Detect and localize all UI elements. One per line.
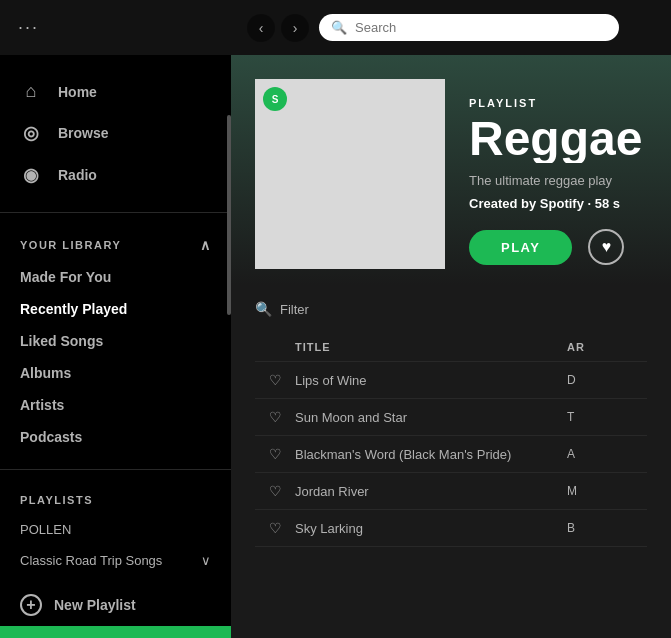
sidebar-playlist-pollen[interactable]: POLLEN bbox=[0, 514, 231, 545]
classic-road-trip-label: Classic Road Trip Songs bbox=[20, 553, 162, 568]
meta-dot: · bbox=[588, 196, 595, 211]
home-icon: ⌂ bbox=[20, 81, 42, 102]
library-header: Your Library ∧ bbox=[0, 229, 231, 261]
track-artist: T bbox=[567, 410, 647, 424]
recently-played-label: Recently Played bbox=[20, 301, 127, 317]
track-artist: A bbox=[567, 447, 647, 461]
track-table-header: TITLE AR bbox=[255, 333, 647, 362]
made-for-you-label: Made For You bbox=[20, 269, 111, 285]
col-artist-header: AR bbox=[567, 341, 647, 353]
new-playlist-button[interactable]: + New Playlist bbox=[0, 584, 231, 626]
sidebar-playlist-classic-road-trip[interactable]: Classic Road Trip Songs ∨ bbox=[0, 545, 231, 576]
filter-row: 🔍 Filter bbox=[255, 301, 647, 317]
play-button[interactable]: PLAY bbox=[469, 230, 572, 265]
sidebar-item-artists[interactable]: Artists bbox=[0, 389, 231, 421]
track-title: Sky Larking bbox=[295, 521, 567, 536]
main-layout: ⌂ Home ◎ Browse ◉ Radio Your Library ∧ M… bbox=[0, 55, 671, 638]
sidebar-item-radio-label: Radio bbox=[58, 167, 97, 183]
sidebar-nav: ⌂ Home ◎ Browse ◉ Radio bbox=[0, 55, 231, 204]
nav-arrows: ‹ › bbox=[247, 14, 309, 42]
playlist-title: Reggae bbox=[469, 115, 647, 163]
sidebar-divider-2 bbox=[0, 469, 231, 470]
track-heart-icon[interactable]: ♡ bbox=[255, 483, 295, 499]
podcasts-label: Podcasts bbox=[20, 429, 82, 445]
sidebar-divider-1 bbox=[0, 212, 231, 213]
main-content: S PLAYLIST Reggae The ultimate reggae pl… bbox=[231, 55, 671, 638]
library-header-label: Your Library bbox=[20, 239, 121, 251]
new-playlist-label: New Playlist bbox=[54, 597, 136, 613]
table-row[interactable]: ♡ Blackman's Word (Black Man's Pride) A bbox=[255, 436, 647, 473]
sidebar-item-recently-played[interactable]: Recently Played bbox=[0, 293, 231, 325]
scrollbar-track bbox=[225, 55, 231, 638]
radio-icon: ◉ bbox=[20, 164, 42, 186]
search-icon: 🔍 bbox=[331, 20, 347, 35]
track-heart-icon[interactable]: ♡ bbox=[255, 446, 295, 462]
meta-creator: Spotify bbox=[540, 196, 584, 211]
sidebar-item-browse[interactable]: ◎ Browse bbox=[0, 112, 231, 154]
table-row[interactable]: ♡ Sky Larking B bbox=[255, 510, 647, 547]
forward-button[interactable]: › bbox=[281, 14, 309, 42]
track-artist: M bbox=[567, 484, 647, 498]
top-bar: ··· ‹ › 🔍 bbox=[0, 0, 671, 55]
track-artist: D bbox=[567, 373, 647, 387]
playlist-header: S PLAYLIST Reggae The ultimate reggae pl… bbox=[231, 55, 671, 285]
pollen-label: POLLEN bbox=[20, 522, 71, 537]
table-row[interactable]: ♡ Sun Moon and Star T bbox=[255, 399, 647, 436]
window-controls[interactable]: ··· bbox=[10, 17, 47, 38]
track-title: Lips of Wine bbox=[295, 373, 567, 388]
table-row[interactable]: ♡ Lips of Wine D bbox=[255, 362, 647, 399]
playlists-section: Playlists POLLEN Classic Road Trip Songs… bbox=[0, 478, 231, 584]
track-title: Blackman's Word (Black Man's Pride) bbox=[295, 447, 567, 462]
scrollbar-thumb[interactable] bbox=[227, 115, 231, 315]
sidebar-item-home-label: Home bbox=[58, 84, 97, 100]
sidebar: ⌂ Home ◎ Browse ◉ Radio Your Library ∧ M… bbox=[0, 55, 231, 638]
playlist-info: PLAYLIST Reggae The ultimate reggae play… bbox=[469, 97, 647, 269]
sidebar-item-home[interactable]: ⌂ Home bbox=[0, 71, 231, 112]
sidebar-item-browse-label: Browse bbox=[58, 125, 109, 141]
meta-suffix: 58 s bbox=[595, 196, 620, 211]
search-bar: 🔍 bbox=[319, 14, 619, 41]
track-list-area: 🔍 Filter TITLE AR ♡ Lips of Wine D ♡ Sun… bbox=[231, 285, 671, 563]
filter-icon: 🔍 bbox=[255, 301, 272, 317]
chevron-down-icon: ∨ bbox=[201, 553, 211, 568]
search-input[interactable] bbox=[355, 20, 607, 35]
col-heart-header bbox=[255, 341, 295, 353]
sidebar-item-albums[interactable]: Albums bbox=[0, 357, 231, 389]
track-heart-icon[interactable]: ♡ bbox=[255, 409, 295, 425]
table-row[interactable]: ♡ Jordan River M bbox=[255, 473, 647, 510]
artists-label: Artists bbox=[20, 397, 64, 413]
spotify-logo: S bbox=[263, 87, 287, 111]
playlist-description: The ultimate reggae play bbox=[469, 173, 647, 188]
col-title-header: TITLE bbox=[295, 341, 567, 353]
track-title: Jordan River bbox=[295, 484, 567, 499]
heart-icon: ♥ bbox=[602, 238, 612, 256]
sidebar-item-liked-songs[interactable]: Liked Songs bbox=[0, 325, 231, 357]
playlists-header: Playlists bbox=[0, 486, 231, 514]
sidebar-item-podcasts[interactable]: Podcasts bbox=[0, 421, 231, 453]
offline-check-icon: ✓ bbox=[192, 634, 212, 638]
library-section: Your Library ∧ Made For You Recently Pla… bbox=[0, 221, 231, 461]
sidebar-item-made-for-you[interactable]: Made For You bbox=[0, 261, 231, 293]
filter-label: Filter bbox=[280, 302, 309, 317]
back-button[interactable]: ‹ bbox=[247, 14, 275, 42]
track-artist: B bbox=[567, 521, 647, 535]
save-heart-button[interactable]: ♥ bbox=[588, 229, 624, 265]
track-heart-icon[interactable]: ♡ bbox=[255, 520, 295, 536]
meta-prefix: Created by bbox=[469, 196, 536, 211]
sidebar-item-radio[interactable]: ◉ Radio bbox=[0, 154, 231, 196]
albums-label: Albums bbox=[20, 365, 71, 381]
track-title: Sun Moon and Star bbox=[295, 410, 567, 425]
playlist-cover: S bbox=[255, 79, 445, 269]
playlist-controls: PLAY ♥ bbox=[469, 229, 647, 265]
playlist-meta: Created by Spotify · 58 s bbox=[469, 196, 647, 211]
liked-songs-label: Liked Songs bbox=[20, 333, 103, 349]
browse-icon: ◎ bbox=[20, 122, 42, 144]
plus-circle-icon: + bbox=[20, 594, 42, 616]
offline-bar: Offline ✓ bbox=[0, 626, 231, 638]
library-collapse-icon[interactable]: ∧ bbox=[200, 237, 212, 253]
playlist-type-label: PLAYLIST bbox=[469, 97, 647, 109]
track-heart-icon[interactable]: ♡ bbox=[255, 372, 295, 388]
